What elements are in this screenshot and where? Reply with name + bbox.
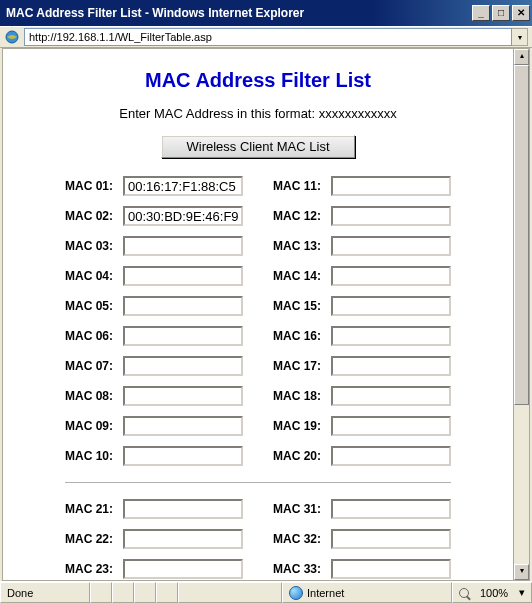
mac-input[interactable] bbox=[123, 446, 243, 466]
status-done: Done bbox=[0, 582, 90, 603]
scroll-track[interactable] bbox=[514, 65, 529, 564]
mac-input[interactable] bbox=[123, 559, 243, 579]
mac-label: MAC 07: bbox=[65, 359, 123, 373]
mac-label: MAC 04: bbox=[65, 269, 123, 283]
page-content: MAC Address Filter List Enter MAC Addres… bbox=[2, 48, 514, 581]
mac-input[interactable] bbox=[331, 446, 451, 466]
minimize-button[interactable]: _ bbox=[472, 5, 490, 21]
mac-input[interactable] bbox=[331, 326, 451, 346]
mac-input[interactable] bbox=[331, 206, 451, 226]
mac-label: MAC 06: bbox=[65, 329, 123, 343]
mac-input[interactable] bbox=[331, 386, 451, 406]
mac-label: MAC 08: bbox=[65, 389, 123, 403]
mac-input[interactable] bbox=[123, 529, 243, 549]
status-pane-1 bbox=[90, 582, 112, 603]
globe-icon bbox=[289, 586, 303, 600]
mac-label: MAC 13: bbox=[273, 239, 331, 253]
magnifier-icon bbox=[459, 588, 469, 598]
mac-label: MAC 03: bbox=[65, 239, 123, 253]
address-bar: ▾ bbox=[0, 26, 532, 48]
mac-label: MAC 19: bbox=[273, 419, 331, 433]
mac-label: MAC 21: bbox=[65, 502, 123, 516]
mac-input[interactable] bbox=[331, 529, 451, 549]
mac-label: MAC 22: bbox=[65, 532, 123, 546]
mac-input[interactable] bbox=[123, 326, 243, 346]
scroll-down-button[interactable]: ▾ bbox=[514, 564, 529, 580]
mac-input[interactable] bbox=[331, 356, 451, 376]
mac-label: MAC 09: bbox=[65, 419, 123, 433]
status-pane-2 bbox=[112, 582, 134, 603]
page-subtitle: Enter MAC Address in this format: xxxxxx… bbox=[33, 106, 483, 121]
mac-label: MAC 23: bbox=[65, 562, 123, 576]
address-dropdown-button[interactable]: ▾ bbox=[512, 28, 528, 46]
mac-label: MAC 31: bbox=[273, 502, 331, 516]
mac-input[interactable] bbox=[331, 416, 451, 436]
mac-label: MAC 32: bbox=[273, 532, 331, 546]
mac-input[interactable] bbox=[331, 266, 451, 286]
mac-label: MAC 11: bbox=[273, 179, 331, 193]
mac-input[interactable] bbox=[123, 386, 243, 406]
scroll-up-button[interactable]: ▴ bbox=[514, 49, 529, 65]
status-zoom[interactable]: 100% ▾ bbox=[452, 582, 532, 603]
mac-input[interactable] bbox=[123, 236, 243, 256]
status-pane-4 bbox=[156, 582, 178, 603]
mac-label: MAC 17: bbox=[273, 359, 331, 373]
mac-input[interactable] bbox=[123, 266, 243, 286]
mac-input[interactable] bbox=[123, 206, 243, 226]
mac-label: MAC 16: bbox=[273, 329, 331, 343]
mac-grid: MAC 01:MAC 11:MAC 02:MAC 12:MAC 03:MAC 1… bbox=[65, 176, 451, 579]
window-title: MAC Address Filter List - Windows Intern… bbox=[6, 6, 470, 20]
mac-input[interactable] bbox=[331, 176, 451, 196]
status-pane-flex bbox=[178, 582, 282, 603]
chevron-down-icon: ▾ bbox=[519, 586, 525, 599]
status-pane-3 bbox=[134, 582, 156, 603]
mac-input[interactable] bbox=[123, 356, 243, 376]
vertical-scrollbar[interactable]: ▴ ▾ bbox=[514, 48, 530, 581]
wireless-client-mac-list-button[interactable]: Wireless Client MAC List bbox=[161, 135, 354, 158]
mac-label: MAC 12: bbox=[273, 209, 331, 223]
mac-input[interactable] bbox=[331, 559, 451, 579]
status-bar: Done Internet 100% ▾ bbox=[0, 581, 532, 603]
mac-label: MAC 05: bbox=[65, 299, 123, 313]
mac-label: MAC 02: bbox=[65, 209, 123, 223]
window-titlebar: MAC Address Filter List - Windows Intern… bbox=[0, 0, 532, 26]
status-zone: Internet bbox=[282, 582, 452, 603]
mac-label: MAC 01: bbox=[65, 179, 123, 193]
mac-input[interactable] bbox=[123, 416, 243, 436]
page-title: MAC Address Filter List bbox=[33, 69, 483, 92]
section-divider bbox=[65, 482, 451, 483]
mac-label: MAC 14: bbox=[273, 269, 331, 283]
mac-input[interactable] bbox=[331, 499, 451, 519]
mac-label: MAC 18: bbox=[273, 389, 331, 403]
address-input[interactable] bbox=[24, 28, 512, 46]
zoom-label: 100% bbox=[480, 587, 508, 599]
mac-label: MAC 15: bbox=[273, 299, 331, 313]
scroll-thumb[interactable] bbox=[514, 65, 529, 405]
mac-label: MAC 33: bbox=[273, 562, 331, 576]
mac-input[interactable] bbox=[123, 296, 243, 316]
mac-input[interactable] bbox=[123, 176, 243, 196]
maximize-button[interactable]: □ bbox=[492, 5, 510, 21]
zone-label: Internet bbox=[307, 587, 344, 599]
close-button[interactable]: ✕ bbox=[512, 5, 530, 21]
mac-input[interactable] bbox=[331, 296, 451, 316]
mac-input[interactable] bbox=[331, 236, 451, 256]
mac-input[interactable] bbox=[123, 499, 243, 519]
ie-icon bbox=[4, 29, 20, 45]
mac-label: MAC 10: bbox=[65, 449, 123, 463]
mac-label: MAC 20: bbox=[273, 449, 331, 463]
